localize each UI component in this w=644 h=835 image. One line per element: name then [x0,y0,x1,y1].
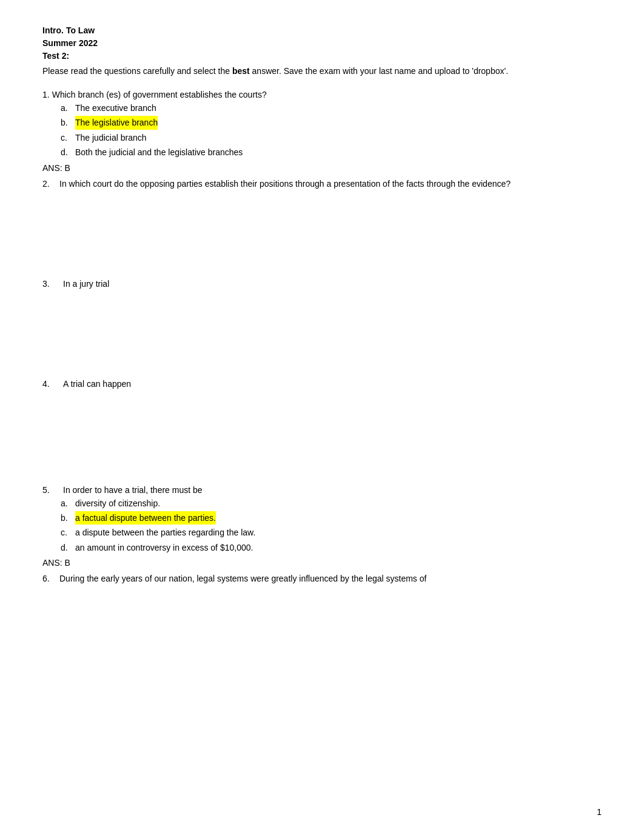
question-5: 5. In order to have a trial, there must … [42,484,602,568]
q5-letter-a: a. [61,497,75,510]
q5-text-c: a dispute between the parties regarding … [75,526,255,539]
q3-number: 3. [42,278,61,290]
q5-body: In order to have a trial, there must be [63,484,203,497]
q5-option-a: a. diversity of citizenship. [61,497,602,510]
question-1-text: 1. Which branch (es) of government estab… [42,89,602,101]
q3-body: In a jury trial [63,278,109,290]
q2-body: In which court do the opposing parties e… [59,178,511,190]
q1-option-b: b. The legislative branch [61,116,602,129]
q5-text-b: a factual dispute between the parties. [75,511,216,525]
instructions-post: answer. Save the exam with your last nam… [250,66,508,76]
q4-number: 4. [42,378,61,391]
q1-options: a. The executive branch b. The legislati… [61,101,602,159]
question-3: 3. In a jury trial [42,278,602,290]
q5-options: a. diversity of citizenship. b. a factua… [61,497,602,555]
question-1: 1. Which branch (es) of government estab… [42,89,602,173]
q5-letter-c: c. [61,526,75,539]
q6-space [42,588,602,709]
q1-option-d: d. Both the judicial and the legislative… [61,146,602,159]
instructions-bold: best [232,66,250,76]
document-header: Intro. To Law Summer 2022 Test 2: Please… [42,24,602,78]
q1-number: 1. [42,89,50,101]
q5-text-a: diversity of citizenship. [75,497,160,510]
q1-option-a: a. The executive branch [61,101,602,115]
q5-answer: ANS: B [42,558,602,568]
q1-letter-d: d. [61,146,75,159]
q1-letter-a: a. [61,101,75,115]
q4-body: A trial can happen [63,378,131,391]
course-title: Intro. To Law [42,24,602,37]
question-6: 6. During the early years of our nation,… [42,572,602,585]
q1-text-a: The executive branch [75,101,156,115]
test-label: Test 2: [42,50,602,62]
instructions: Please read the questions carefully and … [42,65,602,78]
question-2-text: 2. In which court do the opposing partie… [42,178,602,190]
question-4: 4. A trial can happen [42,378,602,391]
semester: Summer 2022 [42,37,602,50]
q3-space [42,293,602,378]
question-6-text: 6. During the early years of our nation,… [42,572,602,585]
question-4-text: 4. A trial can happen [42,378,602,391]
q5-letter-d: d. [61,541,75,554]
q1-text-b: The legislative branch [75,116,158,129]
question-3-text: 3. In a jury trial [42,278,602,290]
q2-space [42,193,602,278]
q5-number: 5. [42,484,61,497]
q1-body: Which branch (es) of government establis… [52,89,267,101]
q1-text-d: Both the judicial and the legislative br… [75,146,243,159]
q1-letter-c: c. [61,131,75,144]
q5-option-c: c. a dispute between the parties regardi… [61,526,602,539]
q6-body: During the early years of our nation, le… [59,572,426,585]
question-5-text: 5. In order to have a trial, there must … [42,484,602,497]
q1-letter-b: b. [61,116,75,129]
page-number: 1 [597,807,602,817]
q1-option-c: c. The judicial branch [61,131,602,144]
q6-number: 6. [42,572,57,585]
q5-letter-b: b. [61,511,75,525]
q1-text-c: The judicial branch [75,131,147,144]
instructions-pre: Please read the questions carefully and … [42,66,232,76]
q1-answer: ANS: B [42,163,602,173]
q5-option-b: b. a factual dispute between the parties… [61,511,602,525]
question-2: 2. In which court do the opposing partie… [42,178,602,190]
q5-text-d: an amount in controversy in excess of $1… [75,541,253,554]
questions-container: 1. Which branch (es) of government estab… [42,89,602,709]
q4-space [42,393,602,484]
q2-number: 2. [42,178,57,190]
q5-option-d: d. an amount in controversy in excess of… [61,541,602,554]
